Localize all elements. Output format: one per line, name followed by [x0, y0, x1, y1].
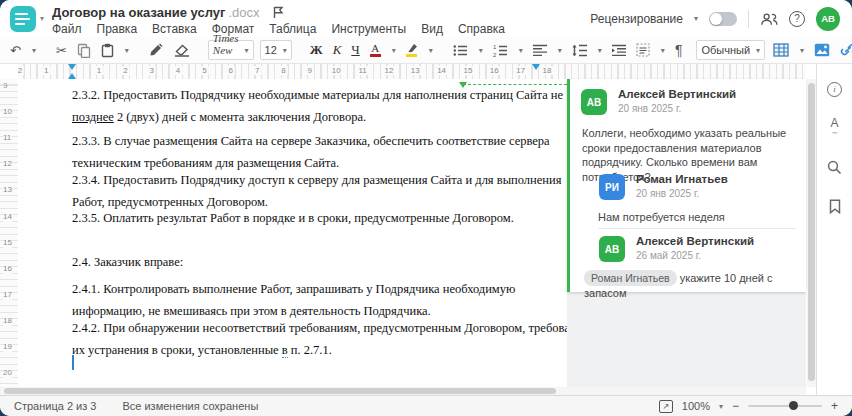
ruler-number: 15 — [3, 237, 12, 248]
menu-file[interactable]: Файл — [52, 22, 82, 36]
paragraph-2-4-1[interactable]: 2.4.1. Контролировать выполнение Работ, … — [72, 279, 567, 322]
zoom-value[interactable]: 100% — [682, 400, 710, 412]
app-menu-caret-icon[interactable]: ▾ — [40, 14, 44, 23]
horizontal-scrollbar[interactable] — [0, 387, 806, 395]
cut-button[interactable]: ✂ — [54, 43, 69, 58]
paragraph-2-3-3[interactable]: 2.3.3. В случае размещения Сайта на серв… — [72, 131, 567, 174]
search-icon[interactable] — [826, 158, 844, 176]
zoom-caret-icon[interactable]: ▾ — [719, 402, 723, 411]
italic-button[interactable]: К — [331, 41, 344, 59]
insert-link-button[interactable] — [838, 42, 852, 58]
zoom-slider[interactable] — [748, 405, 822, 407]
font-size-select[interactable]: 12▾ — [260, 40, 292, 60]
zoom-out-button[interactable]: − — [732, 401, 739, 411]
indent-marker-right[interactable] — [532, 64, 540, 70]
header: ▾ Договор на оказание услуг .docx Файл П… — [0, 0, 852, 37]
indent-button[interactable] — [610, 43, 628, 58]
collaboration-users-icon[interactable] — [760, 10, 778, 28]
ruler-number: 8 — [279, 66, 287, 75]
paragraph-2-4-2[interactable]: 2.4.2. При обнаружении несоответствий тр… — [72, 318, 567, 361]
comment-text: Нам потребуется неделя — [598, 210, 796, 225]
undo-caret-icon[interactable]: ▾ — [29, 45, 38, 56]
document-canvas[interactable]: 2.3.2. Предоставить Подрядчику необходим… — [18, 79, 567, 387]
font-color-button[interactable]: А — [368, 42, 383, 58]
fit-page-icon[interactable]: ↗ — [659, 400, 673, 413]
clear-style-eraser-icon[interactable] — [172, 43, 192, 58]
paragraph-style-select[interactable]: Обычный▾ — [696, 40, 765, 60]
bullet-list-button[interactable] — [451, 43, 470, 58]
paragraph-2-3-5[interactable]: 2.3.5. Оплатить результат Работ в порядк… — [72, 208, 567, 230]
comment-avatar: АВ — [599, 236, 625, 262]
paragraph-2-4[interactable]: 2.4. Заказчик вправе: — [72, 252, 567, 274]
horizontal-scroll-thumb[interactable] — [4, 388, 556, 394]
save-status: Все изменения сохранены — [122, 400, 258, 412]
spellcheck-icon[interactable]: А～ — [826, 119, 844, 137]
vertical-scroll-thumb[interactable] — [808, 83, 815, 381]
highlight-button[interactable] — [404, 42, 420, 58]
insert-table-caret-icon[interactable]: ▾ — [797, 45, 806, 56]
menu-tools[interactable]: Инструменты — [331, 22, 406, 36]
vertical-scrollbar[interactable] — [807, 79, 816, 387]
paste-caret-icon[interactable]: ▾ — [122, 45, 131, 56]
undo-button[interactable]: ↶ — [8, 43, 23, 58]
menu-insert[interactable]: Вставка — [152, 22, 197, 36]
numbered-list-caret-icon[interactable]: ▾ — [516, 45, 525, 56]
review-mode-label[interactable]: Рецензирование — [590, 12, 683, 26]
vertical-ruler[interactable]: 91011121314151617181920 — [0, 79, 19, 387]
nonprinting-chars-button[interactable]: ¶ — [673, 43, 685, 58]
menu-help[interactable]: Справка — [458, 22, 505, 36]
insert-image-button[interactable] — [812, 42, 832, 58]
menu-edit[interactable]: Правка — [97, 22, 138, 36]
info-icon[interactable]: i — [826, 80, 844, 98]
ruler-number: 11 — [3, 132, 11, 143]
copy-button[interactable] — [75, 42, 93, 59]
paragraph-borders-button[interactable] — [634, 42, 652, 58]
comment-thread-card[interactable]: АВ Алексей Вертинский 20 янв 2025 г. Кол… — [567, 79, 806, 292]
bold-button[interactable]: Ж — [308, 41, 325, 59]
mention-pill[interactable]: Роман Игнатьев — [584, 270, 677, 286]
format-painter-icon[interactable] — [147, 42, 166, 58]
horizontal-ruler[interactable]: 21123456789101112131415161718 — [18, 64, 806, 80]
ruler-number: 9 — [3, 80, 7, 91]
line-spacing-caret-icon[interactable]: ▾ — [595, 45, 604, 56]
ruler-number: 14 — [3, 211, 12, 222]
review-toggle[interactable] — [709, 12, 737, 26]
zoom-in-button[interactable]: + — [831, 401, 838, 411]
paragraph-2-3-2[interactable]: 2.3.2. Предоставить Подрядчику необходим… — [72, 85, 567, 128]
ruler-number: 20 — [3, 367, 12, 378]
ruler-number: 16 — [488, 66, 501, 75]
ruler-number: 7 — [253, 66, 261, 75]
app-logo-icon[interactable] — [10, 6, 36, 32]
align-caret-icon[interactable]: ▾ — [555, 45, 564, 56]
ruler-number: 2 — [18, 66, 24, 75]
highlight-caret-icon[interactable]: ▾ — [426, 45, 435, 56]
comment-author: Роман Игнатьев — [636, 173, 728, 185]
review-caret-icon[interactable]: ▾ — [694, 14, 698, 23]
bullet-list-caret-icon[interactable]: ▾ — [476, 45, 485, 56]
font-color-caret-icon[interactable]: ▾ — [389, 45, 398, 56]
user-avatar[interactable]: АВ — [816, 7, 840, 31]
bookmark-icon[interactable] — [826, 197, 844, 215]
status-bar: Страница 2 из 3 Все изменения сохранены … — [0, 395, 852, 416]
menu-view[interactable]: Вид — [421, 22, 443, 36]
menu-table[interactable]: Таблица — [269, 22, 316, 36]
font-name-select[interactable]: Times New ...▾ — [208, 40, 254, 60]
document-extension: .docx — [228, 5, 259, 20]
numbered-list-button[interactable]: 12 — [491, 43, 510, 58]
ruler-number: 9 — [306, 66, 314, 75]
paragraph-2-3-4[interactable]: 2.3.4. Предоставить Подрядчику доступ к … — [72, 170, 567, 213]
underline-button[interactable]: Ч — [349, 41, 361, 59]
zoom-slider-knob[interactable] — [789, 401, 798, 410]
ruler-number: 1 — [42, 66, 50, 75]
align-button[interactable] — [531, 43, 549, 58]
line-spacing-button[interactable] — [570, 43, 589, 58]
ruler-number: 4 — [174, 66, 182, 75]
page-indicator[interactable]: Страница 2 из 3 — [14, 400, 96, 412]
paste-button[interactable] — [99, 42, 116, 59]
favorite-flag-icon[interactable] — [273, 6, 284, 19]
insert-table-button[interactable] — [771, 42, 791, 58]
ruler-number: 10 — [3, 106, 12, 117]
help-icon[interactable]: ? — [789, 11, 805, 27]
paragraph-borders-caret-icon[interactable]: ▾ — [658, 45, 667, 56]
indent-marker-first-line[interactable] — [68, 64, 76, 70]
